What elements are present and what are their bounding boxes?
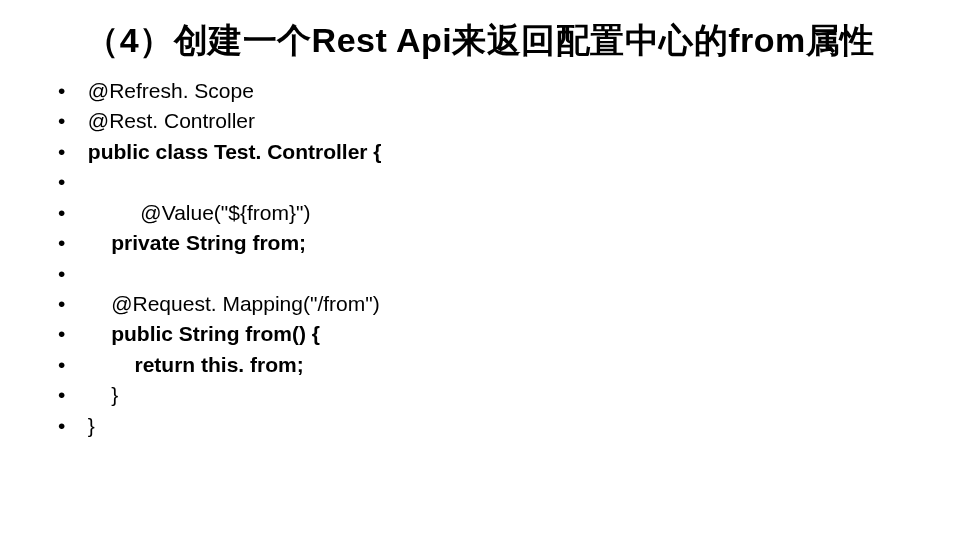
slide-title: （4）创建一个Rest Api来返回配置中心的from属性 [58,18,902,64]
list-item: • } [58,380,902,410]
list-item: • private String from; [58,228,902,258]
list-item: • public class Test. Controller { [58,137,902,167]
bullet-icon: • [58,228,82,258]
bullet-icon: • [58,106,82,136]
code-text: @Request. Mapping("/from") [111,292,380,315]
code-text: @Value("${from}") [140,201,310,224]
bullet-icon: • [58,167,82,197]
list-item-text: @Value("${from}") [82,198,310,228]
bullet-icon: • [58,137,82,167]
bullet-icon: • [58,289,82,319]
list-item: • public String from() { [58,319,902,349]
bullet-icon: • [58,319,82,349]
list-item-text: } [82,380,118,410]
code-text-bold: private String from; [111,231,306,254]
list-item: • [58,167,902,197]
list-item-text: public String from() { [82,319,320,349]
code-text-bold: public class Test. Controller { [88,140,382,163]
code-text: } [111,383,118,406]
list-item: • } [58,411,902,441]
list-item-text: private String from; [82,228,306,258]
list-item-text: @Request. Mapping("/from") [82,289,380,319]
list-item: • @Rest. Controller [58,106,902,136]
slide-content: （4）创建一个Rest Api来返回配置中心的from属性 • @Refresh… [0,0,960,441]
list-item-text: @Refresh. Scope [82,76,254,106]
code-text: @Rest. Controller [88,109,255,132]
bullet-icon: • [58,380,82,410]
list-item-text: @Rest. Controller [82,106,255,136]
code-text-bold: return this. from; [135,353,304,376]
list-item: • @Refresh. Scope [58,76,902,106]
list-item: • @Value("${from}") [58,198,902,228]
bullet-icon: • [58,76,82,106]
bullet-icon: • [58,198,82,228]
code-bullet-list: • @Refresh. Scope• @Rest. Controller• pu… [58,76,902,441]
code-text: } [88,414,95,437]
list-item: • [58,259,902,289]
list-item-text: public class Test. Controller { [82,137,382,167]
list-item: • @Request. Mapping("/from") [58,289,902,319]
bullet-icon: • [58,411,82,441]
code-text-bold: public String from() { [111,322,320,345]
list-item-text: return this. from; [82,350,304,380]
list-item: • return this. from; [58,350,902,380]
list-item-text: } [82,411,95,441]
code-text: @Refresh. Scope [88,79,254,102]
bullet-icon: • [58,350,82,380]
bullet-icon: • [58,259,82,289]
